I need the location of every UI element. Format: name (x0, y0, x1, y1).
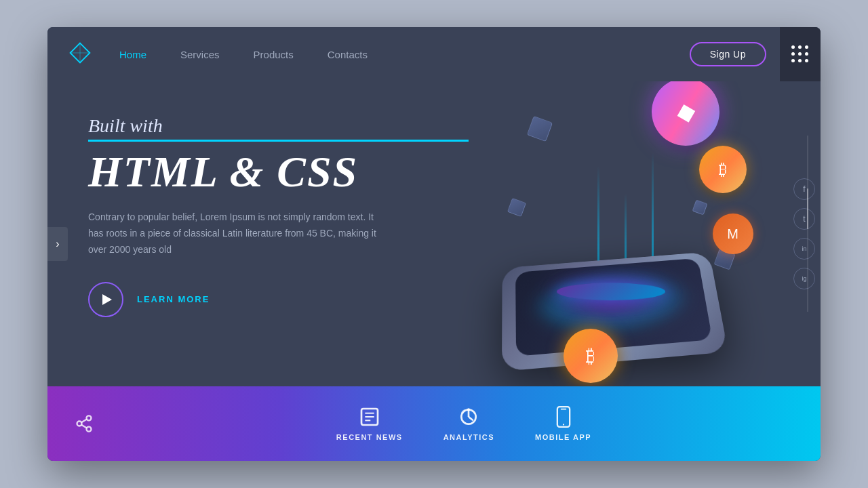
hero-description: Contrary to popular belief, Lorem Ipsum … (88, 209, 387, 258)
recent-news-label: RECENT NEWS (336, 433, 403, 441)
svg-point-1 (77, 422, 82, 426)
app-frame: Home Services Products Contacts Sign Up (47, 27, 821, 461)
bottom-items: RECENT NEWS ANALYTICS (134, 406, 793, 441)
pedestal (555, 283, 666, 300)
linkedin-icon: in (802, 245, 806, 252)
instagram-icon: ig (802, 275, 806, 282)
bottom-item-recent-news[interactable]: RECENT NEWS (336, 406, 403, 441)
ethereum-coin: ◆ (644, 81, 726, 153)
facebook-button[interactable]: f (793, 178, 815, 200)
cta-row: LEARN MORE (88, 282, 469, 317)
bottom-item-mobile-app[interactable]: MOBILE APP (535, 406, 591, 441)
main-container: Home Services Products Contacts Sign Up (47, 27, 821, 461)
dot (798, 59, 802, 62)
nav-home[interactable]: Home (119, 49, 146, 60)
built-with-text: Built with (88, 115, 469, 142)
learn-more-link[interactable]: LEARN MORE (137, 294, 210, 304)
monero-coin: M (713, 214, 753, 254)
bitcoin-coin-bottom: ₿ (564, 329, 618, 383)
nav-right: Sign Up (690, 27, 800, 81)
logo[interactable] (68, 41, 92, 68)
facebook-icon: f (803, 184, 805, 194)
cube-decoration-1 (526, 116, 552, 142)
svg-point-10 (467, 408, 470, 411)
svg-point-2 (87, 427, 92, 432)
dot (791, 59, 795, 62)
btc-top-symbol: ₿ (719, 160, 727, 179)
dot (791, 52, 795, 56)
mobile-app-label: MOBILE APP (535, 433, 591, 441)
dot (805, 59, 808, 62)
mobile-app-icon (554, 406, 573, 428)
dot (798, 52, 802, 56)
nav-contacts[interactable]: Contacts (328, 49, 368, 60)
analytics-label: ANALYTICS (443, 433, 494, 441)
share-icon (75, 414, 94, 433)
analytics-icon (458, 406, 479, 428)
signup-button[interactable]: Sign Up (690, 42, 766, 66)
eth-symbol: ◆ (673, 96, 698, 128)
play-button[interactable] (88, 282, 123, 317)
bottom-item-analytics[interactable]: ANALYTICS (443, 406, 494, 441)
nav-links: Home Services Products Contacts (119, 49, 690, 60)
twitter-button[interactable]: t (793, 208, 815, 230)
nav-products[interactable]: Products (254, 49, 294, 60)
cube-decoration-2 (507, 198, 526, 217)
twitter-icon: t (803, 214, 805, 224)
monero-symbol: M (727, 226, 738, 242)
bitcoin-coin-top: ₿ (699, 146, 747, 193)
svg-point-12 (562, 424, 564, 425)
scroll-thumb (807, 188, 808, 229)
svg-point-0 (87, 415, 92, 420)
menu-dots-button[interactable] (780, 27, 821, 81)
cube-decoration-4 (692, 199, 707, 215)
linkedin-button[interactable]: in (793, 238, 815, 260)
recent-news-icon (359, 406, 380, 428)
bottom-bar: RECENT NEWS ANALYTICS (47, 386, 821, 461)
main-title: HTML & CSS (88, 148, 469, 196)
svg-line-3 (81, 425, 87, 428)
scroll-track (807, 136, 808, 312)
instagram-button[interactable]: ig (793, 268, 815, 289)
hero-left: Built with HTML & CSS Contrary to popula… (88, 95, 469, 386)
dot (805, 52, 808, 56)
play-icon (102, 294, 112, 305)
nav-services[interactable]: Services (180, 49, 220, 60)
svg-line-4 (81, 420, 87, 423)
share-button[interactable] (75, 414, 94, 433)
navbar: Home Services Products Contacts Sign Up (47, 27, 821, 81)
dot (798, 45, 802, 49)
hero-section: Built with HTML & CSS Contrary to popula… (47, 81, 821, 386)
isometric-scene: ◆ ₿ M ₿ (489, 81, 760, 386)
btc-bottom-symbol: ₿ (586, 345, 595, 367)
dot (791, 45, 795, 49)
dot (805, 45, 808, 49)
dots-grid-icon (791, 45, 809, 63)
hero-illustration: ◆ ₿ M ₿ (469, 95, 780, 386)
